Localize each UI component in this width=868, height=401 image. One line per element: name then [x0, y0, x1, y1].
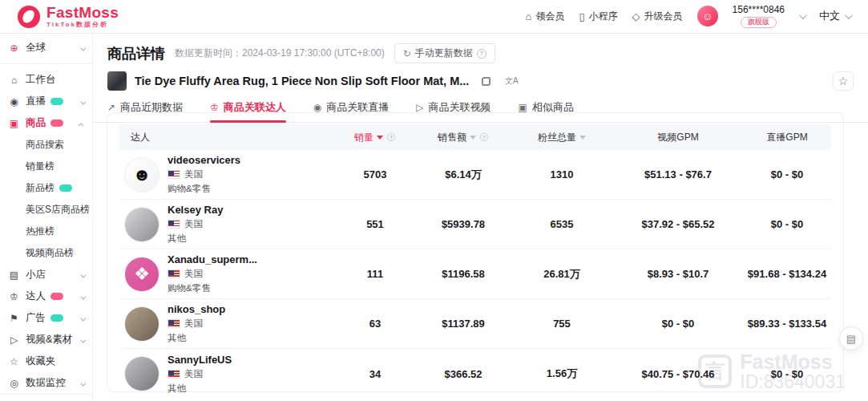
feedback-button[interactable]: ▤ [839, 326, 863, 350]
sidebar-subitem[interactable]: 美区S店商品榜 [26, 199, 92, 221]
column-info-icon[interactable] [387, 133, 395, 141]
video-icon: ▷ [8, 334, 20, 346]
sort-caret-icon[interactable] [579, 136, 586, 140]
sidebar-subitem[interactable]: 新品榜 [26, 177, 92, 199]
us-flag-icon [168, 319, 180, 328]
creator-avatar[interactable]: ☻ [124, 157, 159, 192]
language-chevron-down-icon [845, 11, 853, 19]
live-gpm-value: $89.33 - $133.54 [743, 318, 831, 330]
column-header[interactable]: 达人 [119, 131, 334, 144]
creator-country: 美国 [184, 368, 203, 380]
live-gpm-value: $0 - $0 [743, 368, 831, 380]
creator-avatar[interactable] [124, 306, 159, 342]
sidebar: ⊕ 全球 ⌂ 工作台 ◉ 直播 ▣ 商品 商品搜索 销量榜 新品榜 美区S店商品… [0, 34, 93, 401]
topnav-item-label: 升级会员 [644, 10, 683, 23]
video-icon: ▷ [416, 102, 423, 113]
sidebar-item-global[interactable]: ⊕ 全球 [0, 37, 92, 59]
table-row[interactable]: nikos_shop 美国 其他 63 $1137.89 755 $0 - $0… [119, 299, 831, 349]
sidebar-item[interactable]: ⚑ 广告 [0, 307, 92, 329]
revenue-value: $1137.89 [416, 318, 511, 330]
creator-category: 其他 [168, 332, 225, 344]
column-header[interactable]: 销量 [334, 131, 416, 144]
column-header[interactable]: 直播GPM [743, 131, 831, 144]
sidebar-item[interactable]: ▣ 商品 [0, 112, 92, 134]
home-icon: ⌂ [8, 75, 20, 86]
sidebar-item-label: 视频&素材 [26, 333, 72, 346]
sidebar-item[interactable]: ◎ 数据监控 [0, 372, 92, 394]
topnav-item[interactable]: ⌂ 领会员 [526, 10, 565, 23]
sales-value: 34 [334, 368, 416, 380]
revenue-value: $1196.58 [416, 268, 511, 280]
revenue-value: $366.52 [416, 368, 511, 380]
page-title: 商品详情 [107, 44, 165, 63]
refresh-icon: ↻ [403, 48, 411, 59]
creator-avatar[interactable] [124, 207, 159, 242]
revenue-value: $6.14万 [416, 168, 511, 182]
sidebar-subitem[interactable]: 热推榜 [26, 221, 92, 242]
sidebar-subitem-label: 视频商品榜 [26, 246, 74, 260]
table-row[interactable]: Kelsey Ray 美国 其他 551 $5939.78 6535 $37.9… [119, 200, 831, 249]
sidebar-item[interactable]: ♔ 达人 [0, 286, 92, 307]
globe-icon: ⊕ [8, 43, 20, 54]
sidebar-subitem[interactable]: 商品搜索 [26, 134, 92, 156]
account-phone: 156****0846 [733, 5, 785, 15]
creator-country: 美国 [184, 268, 203, 280]
creator-category: 购物&零售 [168, 183, 240, 195]
fastmoss-logo[interactable]: FastMoss TikTok数据分析 [18, 5, 119, 28]
table-row[interactable]: SannyLifeUS 美国 其他 34 $366.52 1.56万 $40.7… [119, 349, 831, 399]
sales-value: 111 [334, 268, 416, 280]
sidebar-subitem-label: 销量榜 [26, 160, 55, 173]
manual-refresh-button[interactable]: ↻ 手动更新数据 [394, 43, 495, 63]
chevron-icon [79, 123, 84, 128]
chevron-icon [80, 272, 86, 277]
chevron-icon [80, 337, 86, 342]
sidebar-item[interactable]: ▤ 小店 [0, 264, 92, 286]
translate-icon[interactable]: 文A [503, 74, 520, 88]
account-info[interactable]: 156****0846 旗舰版 [733, 5, 785, 28]
creator-country: 美国 [184, 168, 203, 180]
creator-name[interactable]: SannyLifeUS [168, 354, 232, 366]
sidebar-divider [0, 63, 92, 64]
sidebar-item[interactable]: ☆ 收藏夹 [0, 350, 92, 372]
topnav-item[interactable]: ▯ 小程序 [579, 10, 617, 23]
monitor-icon: ◎ [8, 378, 20, 389]
product-thumbnail[interactable] [107, 71, 127, 91]
user-avatar[interactable]: ☺ [697, 6, 718, 26]
creator-avatar[interactable] [124, 356, 159, 391]
sidebar-subitem[interactable]: 视频商品榜 [26, 242, 92, 264]
creator-name[interactable]: nikos_shop [168, 303, 225, 315]
sidebar-subitem-label: 商品搜索 [26, 138, 64, 152]
table-row[interactable]: ❖ Xanadu_superm... 美国 购物&零售 111 $1196.58… [119, 249, 831, 299]
creator-name[interactable]: Kelsey Ray [168, 204, 223, 216]
table-row[interactable]: ☻ videoservicers 美国 购物&零售 5703 $6.14万 13… [119, 150, 831, 200]
topnav-item[interactable]: ◇ 升级会员 [632, 10, 683, 23]
followers-value: 1310 [511, 168, 613, 180]
column-header[interactable]: 销售额 [416, 131, 511, 144]
column-label: 直播GPM [766, 131, 807, 144]
plan-badge: 旗舰版 [741, 17, 777, 28]
new-badge [59, 184, 72, 192]
chevron-icon [80, 99, 86, 104]
sidebar-item[interactable]: ⌂ 工作台 [0, 69, 92, 91]
sidebar-item[interactable]: ◉ 直播 [0, 91, 92, 112]
account-chevron-down-icon[interactable] [799, 11, 807, 19]
creator-avatar[interactable]: ❖ [124, 257, 159, 292]
column-header[interactable]: 粉丝总量 [511, 131, 613, 144]
creator-name[interactable]: videoservicers [168, 154, 240, 166]
sort-caret-icon[interactable] [470, 136, 476, 140]
sidebar-subitem[interactable]: 销量榜 [26, 156, 92, 177]
chevron-icon [80, 315, 86, 321]
sidebar-item[interactable]: ▷ 视频&素材 [0, 329, 92, 350]
sidebar-item-label: 小店 [26, 268, 46, 282]
favorite-star-button[interactable]: ☆ [833, 71, 854, 91]
followers-value: 6535 [511, 218, 613, 230]
live-gpm-value: $0 - $0 [743, 218, 831, 230]
sort-caret-icon[interactable] [377, 136, 383, 140]
sidebar-item-label: 直播 [26, 95, 46, 108]
copy-icon[interactable] [477, 74, 495, 88]
column-info-icon[interactable] [480, 133, 488, 141]
creator-name[interactable]: Xanadu_superm... [168, 253, 257, 265]
column-header[interactable]: 视频GPM [613, 131, 743, 144]
brand-tagline: TikTok数据分析 [46, 22, 119, 28]
language-selector[interactable]: 中文 [819, 9, 850, 23]
